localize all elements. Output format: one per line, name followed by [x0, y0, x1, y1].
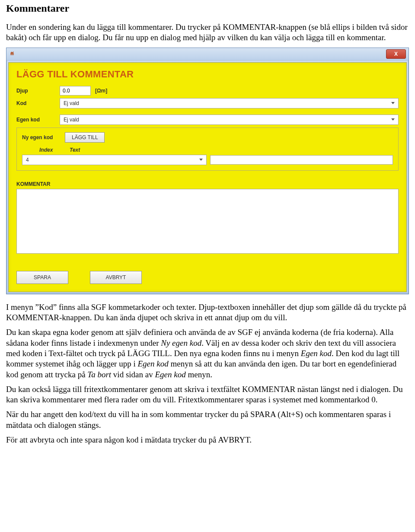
- index-select[interactable]: 4: [22, 155, 207, 165]
- label-kommentar: KOMMENTAR: [16, 181, 399, 187]
- egen-kod-select[interactable]: Ej vald: [60, 115, 399, 125]
- paragraph-kod-menu: I menyn ”Kod” finns alla SGF kommetarkod…: [6, 302, 409, 323]
- label-ny-egen-kod: Ny egen kod: [22, 134, 53, 140]
- kod-select-value: Ej vald: [64, 100, 79, 106]
- chevron-down-icon: [199, 159, 203, 161]
- index-select-value: 4: [26, 157, 29, 163]
- kod-select[interactable]: Ej vald: [60, 98, 399, 108]
- paragraph-save: När du har angett den kod/text du vill h…: [6, 409, 409, 430]
- djup-unit: [Ωm]: [95, 88, 107, 94]
- avbryt-button[interactable]: AVBRYT: [90, 271, 142, 284]
- new-code-panel: Ny egen kod LÄGG TILL Index Text 4: [16, 127, 399, 171]
- paragraph-intro: Under en sondering kan du lägga till kom…: [6, 22, 409, 43]
- java-icon: ≝: [10, 51, 17, 57]
- label-djup: Djup: [16, 88, 60, 94]
- lagg-till-button[interactable]: LÄGG TILL: [65, 132, 105, 143]
- spara-button[interactable]: SPARA: [16, 271, 68, 284]
- label-index: Index: [39, 147, 63, 153]
- label-kod: Kod: [16, 100, 60, 106]
- egen-kod-select-value: Ej vald: [64, 117, 79, 123]
- label-text: Text: [70, 147, 80, 153]
- label-egen-kod: Egen kod: [16, 117, 60, 123]
- paragraph-cancel: För att avbryta och inte spara någon kod…: [6, 435, 409, 445]
- titlebar: ≝ X: [6, 48, 409, 61]
- chevron-down-icon: [391, 118, 395, 121]
- kommentar-textarea[interactable]: [16, 189, 399, 254]
- close-button[interactable]: X: [386, 49, 406, 59]
- close-icon: X: [394, 51, 398, 57]
- dialog-title: LÄGG TILL KOMMENTAR: [16, 69, 399, 80]
- paragraph-own-codes: Du kan skapa egna koder genom att själv …: [6, 327, 409, 380]
- doc-title: Kommentarer: [6, 3, 409, 14]
- paragraph-freetext: Du kan också lägga till fritextkommentar…: [6, 384, 409, 405]
- text-input[interactable]: [210, 155, 393, 165]
- chevron-down-icon: [391, 102, 395, 104]
- dialog-window: ≝ X LÄGG TILL KOMMENTAR Djup [Ωm] Kod Ej…: [6, 48, 409, 294]
- djup-input[interactable]: [60, 86, 91, 96]
